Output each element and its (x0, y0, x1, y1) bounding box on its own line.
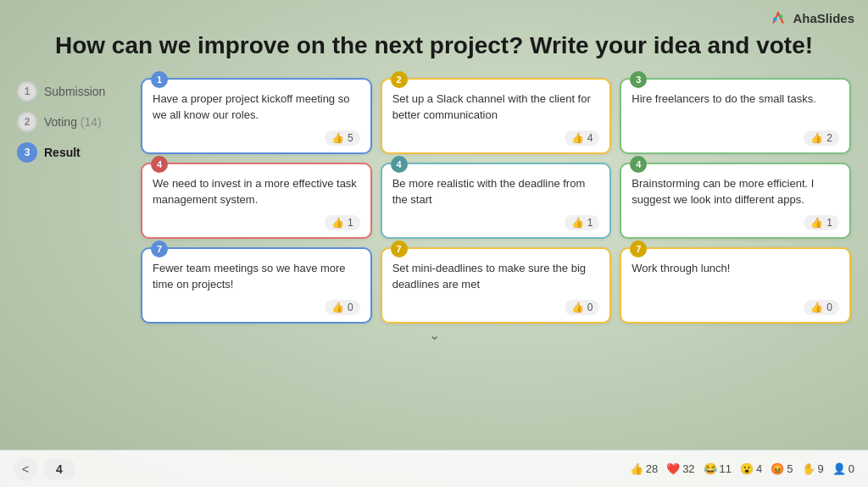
card-rank-8: 7 (391, 241, 408, 257)
page-title: How can we improve on the next project? … (0, 30, 868, 61)
card-9: 7 Work through lunch! 👍 0 (620, 247, 851, 324)
card-5: 4 Be more realistic with the deadline fr… (381, 163, 612, 239)
sidebar-item-voting[interactable]: 2 Voting (14) (17, 112, 127, 132)
person-count: 0 (849, 462, 854, 475)
vote-badge-5: 👍 1 (565, 215, 600, 230)
reaction-thumbsup: 👍 28 (630, 462, 658, 475)
sidebar-label-voting: Voting (14) (44, 115, 102, 129)
card-rank-1: 1 (151, 71, 168, 88)
card-text-3: Hire freelancers to do the small tasks. (632, 88, 839, 125)
reaction-laugh: 😂 11 (704, 462, 732, 475)
card-rank-2: 2 (391, 71, 408, 88)
hand-icon: ✋ (802, 462, 815, 475)
person-icon: 👤 (832, 462, 846, 475)
card-text-5: Be more realistic with the deadline from… (392, 173, 600, 210)
prev-slide-button[interactable]: < (14, 457, 37, 481)
laugh-icon: 😂 (704, 462, 717, 475)
vote-badge-9: 👍 0 (804, 300, 839, 315)
svg-point-3 (777, 12, 780, 14)
scroll-indicator: ⌄ (0, 327, 868, 343)
svg-point-1 (774, 18, 778, 22)
sidebar-item-result[interactable]: 3 Result (17, 142, 127, 163)
bottom-bar: < 4 👍 28 ❤️ 32 😂 11 😮 4 😡 5 ✋ 9 👤 (0, 450, 868, 487)
slide-navigation: < 4 (14, 457, 75, 481)
card-text-4: We need to invest in a more effective ta… (153, 173, 360, 210)
card-rank-4: 4 (151, 156, 168, 173)
vote-badge-1: 👍 5 (325, 130, 360, 146)
sidebar-label-submission: Submission (44, 85, 105, 98)
card-text-9: Work through lunch! (632, 257, 839, 295)
card-text-1: Have a proper project kickoff meeting so… (153, 88, 360, 125)
logo-text: AhaSlides (793, 11, 854, 25)
angry-icon: 😡 (771, 462, 784, 475)
card-4: 4 We need to invest in a more effective … (141, 163, 372, 239)
card-1: 1 Have a proper project kickoff meeting … (141, 78, 372, 154)
sidebar-num-result: 3 (17, 142, 37, 163)
vote-badge-2: 👍 4 (565, 130, 600, 146)
vote-badge-6: 👍 1 (804, 215, 839, 230)
sidebar-label-result: Result (44, 146, 81, 159)
vote-badge-8: 👍 0 (565, 300, 600, 315)
card-text-7: Fewer team meetings so we have more time… (153, 257, 360, 295)
hand-count: 9 (818, 462, 824, 475)
wow-icon: 😮 (740, 462, 754, 475)
laugh-count: 11 (720, 462, 732, 475)
wow-count: 4 (756, 462, 762, 475)
reaction-wow: 😮 4 (740, 462, 762, 475)
thumbsup-count: 28 (646, 462, 658, 475)
reactions-bar: 👍 28 ❤️ 32 😂 11 😮 4 😡 5 ✋ 9 👤 0 (630, 462, 854, 475)
ahaslides-logo-icon (769, 8, 787, 27)
card-2: 2 Set up a Slack channel with the client… (381, 78, 612, 154)
card-8: 7 Set mini-deadlines to make sure the bi… (381, 247, 612, 324)
cards-grid: 1 Have a proper project kickoff meeting … (141, 78, 851, 324)
slide-number: 4 (44, 459, 75, 479)
reaction-person: 👤 0 (832, 462, 854, 475)
card-6: 4 Brainstorming can be more efficient. I… (620, 163, 851, 239)
reaction-heart: ❤️ 32 (666, 462, 694, 475)
heart-icon: ❤️ (666, 462, 680, 475)
card-rank-7: 7 (151, 241, 168, 257)
vote-badge-3: 👍 2 (804, 130, 839, 146)
reaction-angry: 😡 5 (771, 462, 793, 475)
svg-point-2 (780, 14, 783, 18)
sidebar: 1 Submission 2 Voting (14) 3 Result (17, 78, 127, 324)
reaction-hand: ✋ 9 (802, 462, 824, 475)
vote-badge-7: 👍 0 (325, 300, 360, 315)
card-text-6: Brainstorming can be more efficient. I s… (632, 173, 839, 210)
card-rank-9: 7 (630, 241, 647, 257)
card-text-2: Set up a Slack channel with the client f… (392, 88, 600, 125)
sidebar-item-submission[interactable]: 1 Submission (17, 81, 127, 102)
card-rank-5: 4 (391, 156, 408, 173)
thumbsup-icon: 👍 (630, 462, 643, 475)
vote-badge-4: 👍 1 (325, 215, 360, 230)
card-rank-3: 3 (630, 71, 647, 88)
angry-count: 5 (787, 462, 793, 475)
card-rank-6: 4 (630, 156, 647, 173)
card-7: 7 Fewer team meetings so we have more ti… (141, 247, 372, 324)
card-text-8: Set mini-deadlines to make sure the big … (392, 257, 600, 295)
sidebar-num-voting: 2 (17, 112, 37, 132)
heart-count: 32 (682, 462, 694, 475)
card-3: 3 Hire freelancers to do the small tasks… (620, 78, 851, 154)
sidebar-num-submission: 1 (17, 81, 37, 102)
logo: AhaSlides (769, 8, 854, 27)
